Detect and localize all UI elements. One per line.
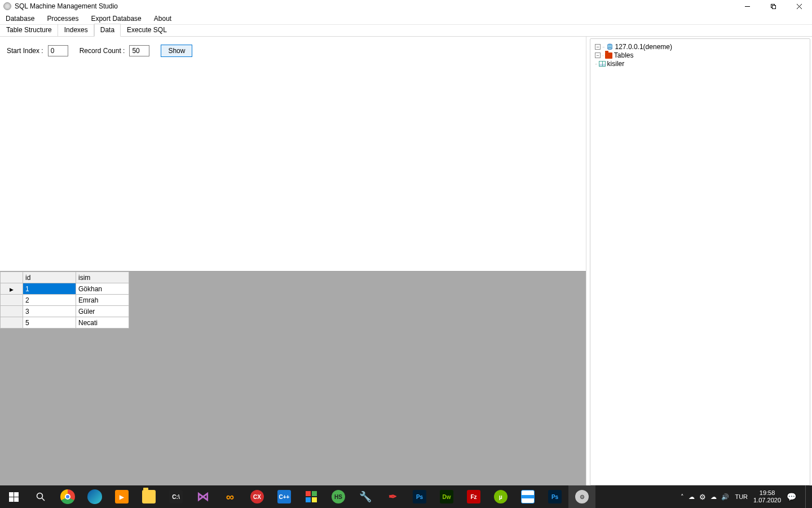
- feather-icon: ✒: [385, 489, 400, 504]
- minus-icon[interactable]: −: [595, 44, 601, 50]
- utorrent-icon: µ: [494, 490, 508, 503]
- svg-rect-17: [312, 497, 317, 502]
- table-row[interactable]: 2 Emrah: [1, 295, 129, 306]
- taskbar-chrome[interactable]: [54, 485, 81, 508]
- photoshop-icon: Ps: [548, 490, 562, 503]
- action-center-icon[interactable]: 💬: [787, 492, 796, 501]
- col-header-id[interactable]: id: [23, 272, 76, 283]
- taskbar-app-hs[interactable]: HS: [325, 485, 352, 508]
- start-button[interactable]: [0, 485, 27, 508]
- tree-line-icon: ·: [602, 52, 603, 59]
- language-indicator[interactable]: TUR: [735, 493, 748, 500]
- svg-rect-2: [772, 5, 775, 8]
- onedrive-icon[interactable]: ☁: [710, 493, 717, 501]
- svg-rect-16: [306, 497, 311, 502]
- taskbar-app-grid[interactable]: [298, 485, 325, 508]
- menu-about[interactable]: About: [154, 15, 171, 23]
- clock[interactable]: 19:58 1.07.2020: [753, 489, 781, 504]
- tab-indexes[interactable]: Indexes: [58, 24, 94, 36]
- cell-isim[interactable]: Güler: [76, 306, 129, 317]
- cloud-icon[interactable]: ☁: [689, 493, 695, 501]
- taskbar-utorrent[interactable]: µ: [487, 485, 514, 508]
- menu-export-database[interactable]: Export Database: [91, 15, 141, 23]
- svg-rect-14: [306, 491, 311, 496]
- clock-time: 19:58: [753, 489, 781, 497]
- tab-data[interactable]: Data: [94, 24, 121, 37]
- col-header-isim[interactable]: isim: [76, 272, 129, 283]
- taskbar-visual-studio[interactable]: ⋈: [189, 485, 217, 508]
- taskbar-app-feather[interactable]: ✒: [379, 485, 406, 508]
- row-header-corner[interactable]: [1, 272, 23, 283]
- windows-icon: [9, 492, 19, 502]
- terminal-icon: C:\: [169, 490, 183, 503]
- taskbar-explorer[interactable]: [135, 485, 162, 508]
- cell-isim[interactable]: Necati: [76, 317, 129, 329]
- visual-studio-icon: ⋈: [196, 489, 210, 504]
- close-button[interactable]: [786, 0, 812, 12]
- chevron-up-icon[interactable]: ˄: [681, 493, 684, 501]
- tree-line-icon: ··: [595, 61, 597, 67]
- maximize-button[interactable]: [760, 0, 786, 12]
- table-row[interactable]: 5 Necati: [1, 317, 129, 329]
- cell-id[interactable]: 2: [23, 295, 76, 306]
- grid-icon: [305, 491, 317, 503]
- show-desktop-button[interactable]: [805, 485, 809, 508]
- cpp-icon: C++: [277, 490, 291, 503]
- svg-rect-11: [14, 497, 19, 502]
- photoshop-icon: Ps: [413, 490, 426, 503]
- taskbar-dreamweaver[interactable]: Dw: [433, 485, 460, 508]
- media-player-icon: ▶: [115, 490, 129, 503]
- taskbar-current-app[interactable]: ⚙: [568, 485, 595, 508]
- tab-execute-sql[interactable]: Execute SQL: [121, 24, 173, 36]
- params-row: Start Index : Record Count : Show: [0, 37, 586, 65]
- menu-processes[interactable]: Processes: [47, 15, 78, 23]
- cell-id[interactable]: 5: [23, 317, 76, 329]
- cell-isim[interactable]: Emrah: [76, 295, 129, 306]
- cell-id[interactable]: 3: [23, 306, 76, 317]
- taskbar-app-cx[interactable]: CX: [244, 485, 271, 508]
- taskbar-app-inf[interactable]: ∞: [217, 485, 244, 508]
- taskbar-left: ▶ C:\ ⋈ ∞ CX C++ HS 🔧 ✒ Ps Dw Fz µ Ps ⚙: [0, 485, 595, 508]
- spacer: [0, 65, 586, 271]
- filezilla-icon: Fz: [467, 490, 480, 503]
- edge-icon: [87, 489, 102, 504]
- left-panel: Start Index : Record Count : Show id isi…: [0, 37, 586, 485]
- data-grid[interactable]: id isim ▶ 1 Gökhan 2 Emrah: [0, 271, 129, 329]
- taskbar-app-window[interactable]: [514, 485, 541, 508]
- taskbar-terminal[interactable]: C:\: [162, 485, 189, 508]
- table-row[interactable]: ▶ 1 Gökhan: [1, 283, 129, 295]
- minus-icon[interactable]: −: [595, 52, 601, 58]
- window-controls: [734, 0, 812, 12]
- menubar: Database Processes Export Database About: [0, 12, 812, 25]
- taskbar-media-player[interactable]: ▶: [108, 485, 135, 508]
- grid-area: id isim ▶ 1 Gökhan 2 Emrah: [0, 271, 586, 485]
- taskbar-photoshop-2[interactable]: Ps: [541, 485, 568, 508]
- cell-id[interactable]: 1: [23, 283, 76, 295]
- svg-rect-10: [9, 497, 14, 502]
- cell-isim[interactable]: Gökhan: [76, 283, 129, 295]
- taskbar-filezilla[interactable]: Fz: [460, 485, 487, 508]
- search-button[interactable]: [27, 485, 54, 508]
- tree-table-leaf[interactable]: ·· kisiler: [595, 60, 805, 68]
- menu-database[interactable]: Database: [6, 15, 34, 23]
- show-button[interactable]: Show: [161, 45, 192, 57]
- taskbar-photoshop[interactable]: Ps: [406, 485, 433, 508]
- minimize-button[interactable]: [734, 0, 760, 12]
- record-count-input[interactable]: [129, 45, 149, 56]
- tree-tables-node[interactable]: − · Tables: [595, 51, 805, 59]
- tab-table-structure[interactable]: Table Structure: [0, 24, 58, 36]
- volume-icon[interactable]: 🔊: [721, 493, 729, 501]
- taskbar-app-wrench[interactable]: 🔧: [352, 485, 379, 508]
- start-index-input[interactable]: [48, 45, 68, 56]
- wifi-icon[interactable]: ⚙: [699, 493, 706, 501]
- table-row[interactable]: 3 Güler: [1, 306, 129, 317]
- dreamweaver-icon: Dw: [440, 490, 453, 503]
- tree-server-node[interactable]: − ·· 127.0.0.1(deneme): [595, 43, 805, 51]
- taskbar-edge[interactable]: [81, 485, 108, 508]
- start-index-label: Start Index :: [7, 47, 43, 55]
- clock-date: 1.07.2020: [753, 497, 781, 504]
- taskbar-app-cpp[interactable]: C++: [271, 485, 298, 508]
- folder-icon: [605, 52, 612, 59]
- folder-icon: [142, 490, 156, 503]
- taskbar-right: ˄ ☁ ⚙ ☁ 🔊 TUR 19:58 1.07.2020 💬: [681, 485, 812, 508]
